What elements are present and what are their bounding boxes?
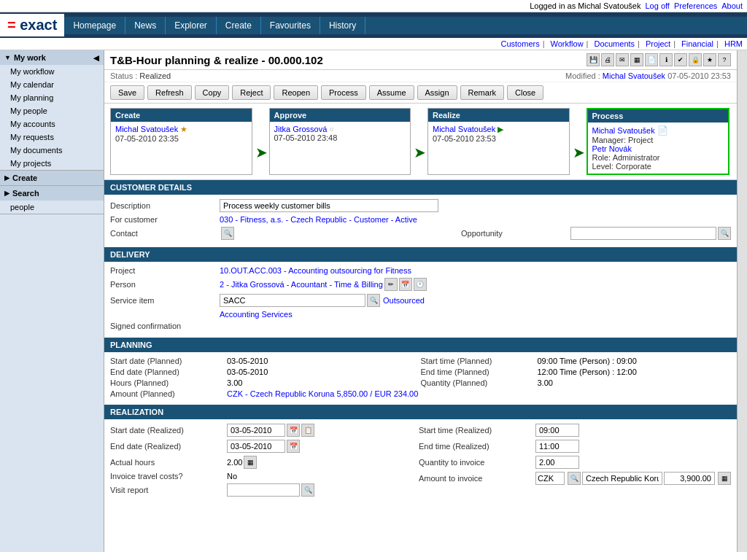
icon-star[interactable]: ★ — [703, 53, 716, 66]
sidebar-my-accounts[interactable]: My accounts — [0, 117, 104, 131]
currency-group: 🔍 ▦ — [535, 472, 731, 485]
nav-favourites[interactable]: Favourites — [261, 17, 320, 34]
close-button[interactable]: Close — [507, 85, 543, 100]
end-date-cal-icon[interactable]: 📅 — [287, 440, 300, 453]
amount-invoice-input[interactable] — [664, 472, 715, 485]
scrollbar[interactable] — [737, 50, 747, 552]
service-item-search-icon[interactable]: 🔍 — [367, 294, 380, 307]
icon-print[interactable]: 🖨 — [601, 53, 614, 66]
wf-icon-create[interactable]: ★ — [180, 125, 187, 133]
refresh-button[interactable]: Refresh — [147, 85, 192, 100]
sidebar-my-projects[interactable]: My projects — [0, 157, 104, 170]
wf-person-approve[interactable]: Jitka Grossová — [274, 125, 328, 133]
start-date-info-icon[interactable]: 📋 — [301, 424, 314, 437]
sidebar-my-workflow[interactable]: My workflow — [0, 65, 104, 78]
nav-documents[interactable]: Documents — [594, 39, 635, 48]
wf-header-create: Create — [111, 109, 252, 122]
person-calendar-icon[interactable]: 📅 — [399, 278, 412, 291]
wf-icon-process[interactable]: 📄 — [657, 125, 668, 136]
person-clock-icon[interactable]: 🕐 — [414, 278, 427, 291]
quantity-invoice-input[interactable] — [535, 456, 579, 469]
wf-person-realize[interactable]: Michal Svatoušek — [433, 125, 495, 133]
currency-search-icon[interactable]: 🔍 — [568, 472, 581, 485]
sidebar-search-header[interactable]: ▶ Search — [0, 186, 104, 201]
start-time-realized-input[interactable] — [535, 424, 579, 437]
for-customer-row: For customer 030 - Fitness, a.s. - Czech… — [110, 215, 731, 224]
amount-invoice-row: Amount to invoice 🔍 ▦ — [419, 472, 731, 485]
nav-history[interactable]: History — [320, 17, 365, 34]
outsourced-link[interactable]: Outsourced — [383, 296, 425, 305]
sidebar-my-requests[interactable]: My requests — [0, 131, 104, 144]
amount-planned-value[interactable]: CZK - Czech Republic Koruna 5,850.00 / E… — [227, 389, 418, 398]
amount-invoice-icon[interactable]: ▦ — [718, 472, 731, 485]
remark-button[interactable]: Remark — [460, 85, 505, 100]
description-input[interactable] — [220, 199, 438, 212]
nav-customers[interactable]: Customers — [501, 39, 540, 48]
logoff-link[interactable]: Log off — [645, 1, 669, 10]
modified-label: Modified : — [565, 71, 600, 80]
start-date-cal-icon[interactable]: 📅 — [287, 424, 300, 437]
icon-info[interactable]: ℹ — [659, 53, 673, 66]
icon-doc[interactable]: 📄 — [645, 53, 658, 66]
opportunity-search-icon[interactable]: 🔍 — [718, 227, 731, 240]
sidebar-my-calendar[interactable]: My calendar — [0, 78, 104, 91]
modified-by-link[interactable]: Michal Svatoušek — [603, 71, 665, 80]
nav-explorer[interactable]: Explorer — [166, 17, 217, 34]
reopen-button[interactable]: Reopen — [274, 85, 318, 100]
actual-hours-icon[interactable]: ▦ — [244, 456, 257, 469]
accounting-services-link[interactable]: Accounting Services — [220, 310, 293, 319]
nav-project[interactable]: Project — [646, 39, 670, 48]
save-button[interactable]: Save — [110, 85, 144, 100]
preferences-link[interactable]: Preferences — [674, 1, 717, 10]
wf-step-process: Process Michal Svatoušek 📄 Manager: Proj… — [587, 108, 730, 175]
start-date-realized-input[interactable] — [227, 424, 285, 437]
visit-report-search-icon[interactable]: 🔍 — [301, 483, 314, 497]
icon-check[interactable]: ✔ — [674, 53, 687, 66]
currency-name-input[interactable] — [582, 472, 662, 485]
sidebar-my-planning[interactable]: My planning — [0, 91, 104, 104]
about-link[interactable]: About — [721, 1, 743, 10]
icon-table[interactable]: ▦ — [630, 53, 643, 66]
sidebar-create-header[interactable]: ▶ Create — [0, 171, 104, 185]
sidebar-create-label: Create — [12, 174, 37, 182]
end-time-realized-input[interactable] — [535, 440, 579, 453]
wf-person-create[interactable]: Michal Svatoušek — [115, 125, 178, 133]
assign-button[interactable]: Assign — [417, 85, 457, 100]
sidebar-my-documents[interactable]: My documents — [0, 144, 104, 157]
sidebar-my-people[interactable]: My people — [0, 104, 104, 117]
wf-icon-approve[interactable]: ○ — [329, 125, 334, 133]
icon-help[interactable]: ? — [718, 53, 731, 66]
opportunity-input[interactable] — [570, 227, 716, 240]
nav-hrm[interactable]: HRM — [724, 39, 743, 48]
quantity-planned-value: 3.00 — [538, 378, 553, 387]
contact-search-icon[interactable]: 🔍 — [221, 227, 234, 240]
person-value[interactable]: 2 - Jitka Grossová - Acountant - Time & … — [220, 280, 383, 289]
sidebar-my-work-header[interactable]: ▼ My work ◀ — [0, 50, 104, 65]
person-edit-icon[interactable]: ✏ — [384, 278, 398, 291]
for-customer-value[interactable]: 030 - Fitness, a.s. - Czech Republic - C… — [220, 215, 417, 224]
nav-create[interactable]: Create — [217, 17, 261, 34]
nav-workflow[interactable]: Workflow — [551, 39, 584, 48]
end-date-realized-input[interactable] — [227, 440, 285, 453]
wf-step-approve: Approve Jitka Grossová ○ 07-05-2010 23:4… — [269, 108, 411, 175]
nav-financial[interactable]: Financial — [681, 39, 713, 48]
wf-person-process-0[interactable]: Michal Svatoušek — [592, 126, 655, 135]
visit-report-input[interactable] — [227, 483, 300, 497]
icon-email[interactable]: ✉ — [616, 53, 629, 66]
copy-button[interactable]: Copy — [195, 85, 230, 100]
sidebar-search-people[interactable]: people — [0, 201, 104, 214]
project-value[interactable]: 10.OUT.ACC.003 - Accounting outsourcing … — [220, 266, 411, 275]
assume-button[interactable]: Assume — [369, 85, 414, 100]
process-button[interactable]: Process — [321, 85, 366, 100]
icon-save[interactable]: 💾 — [587, 53, 600, 66]
wf-icon-realize[interactable]: ▶ — [498, 125, 503, 133]
sidebar-collapse-icon[interactable]: ◀ — [93, 54, 99, 62]
top-bar: Logged in as Michal Svatoušek Log off Pr… — [0, 0, 747, 12]
reject-button[interactable]: Reject — [232, 85, 271, 100]
wf-person-process-2[interactable]: Petr Novák — [592, 144, 632, 153]
nav-news[interactable]: News — [125, 17, 166, 34]
nav-homepage[interactable]: Homepage — [64, 17, 125, 34]
icon-lock[interactable]: 🔒 — [689, 53, 702, 66]
currency-select[interactable] — [535, 472, 565, 485]
service-item-input[interactable] — [220, 294, 365, 307]
